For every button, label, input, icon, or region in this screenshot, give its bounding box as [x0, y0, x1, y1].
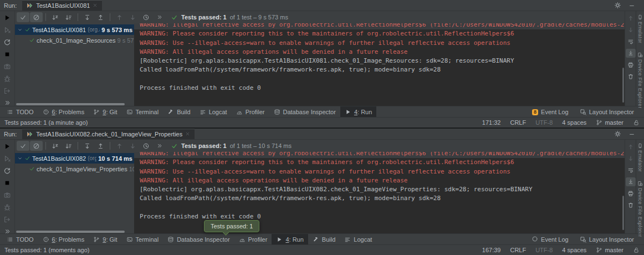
- clear-console-button[interactable]: [626, 72, 636, 81]
- file-encoding-widget[interactable]: UTF-8: [535, 247, 553, 253]
- close-tab-icon[interactable]: [93, 3, 98, 8]
- indent-widget[interactable]: 4 spaces: [562, 119, 586, 126]
- toggle-auto-test-button[interactable]: [3, 38, 11, 46]
- tool-window-tab-todo[interactable]: TODO: [2, 234, 38, 244]
- attach-debugger-button[interactable]: [3, 203, 11, 211]
- previous-occurrence-button[interactable]: [113, 141, 126, 151]
- expand-all-button[interactable]: [81, 12, 94, 22]
- test-tree-row[interactable]: TestA1BasicUIX081(org.aplas.basica9 s 57…: [15, 24, 134, 35]
- layout-inspector-button[interactable]: Layout Inspector: [580, 109, 634, 115]
- screenshot-button[interactable]: [3, 63, 11, 70]
- scroll-to-end-button[interactable]: [626, 49, 636, 58]
- next-occurrence-button[interactable]: [126, 141, 139, 151]
- line-separator-widget[interactable]: CRLF: [510, 247, 526, 253]
- test-tree-row[interactable]: check_01_Image_Resources9 s 573 ms: [15, 35, 134, 45]
- print-button[interactable]: [626, 189, 636, 198]
- console[interactable]: WARNING: Illegal reflective access by or…: [134, 23, 625, 106]
- caret-position-widget[interactable]: 171:32: [482, 119, 501, 126]
- screenshot-button[interactable]: [3, 191, 11, 199]
- tool-window-tab-6-problems[interactable]: 6: Problems: [38, 234, 89, 244]
- next-message-button[interactable]: [626, 154, 636, 163]
- sort-alphabetically-button[interactable]: [49, 141, 62, 151]
- unlock-icon[interactable]: [633, 119, 640, 126]
- tool-window-tab-terminal[interactable]: Terminal: [122, 234, 163, 244]
- show-ignored-button[interactable]: [30, 12, 43, 22]
- run-config-tab[interactable]: TestA1BasicUIX082.check_01_ImageView_Pro…: [22, 129, 195, 139]
- test-tree-row[interactable]: check_01_ImageView_Properties10 s 714 ms: [15, 164, 134, 174]
- test-history-button[interactable]: [140, 12, 152, 22]
- stop-button[interactable]: [3, 50, 11, 58]
- tool-window-tab-terminal[interactable]: Terminal: [122, 106, 163, 117]
- tool-window-tab-logcat[interactable]: Logcat: [195, 106, 232, 117]
- test-tree-row[interactable]: TestA1BasicUIX082(org.aplas.basica10 s 7…: [15, 153, 134, 164]
- event-log-button[interactable]: Event Log: [531, 236, 569, 243]
- tool-window-tab-9-git[interactable]: 9: Git: [89, 106, 121, 117]
- rerun-button[interactable]: [3, 142, 11, 150]
- toolbar-overflow-button[interactable]: [153, 12, 166, 22]
- indent-widget[interactable]: 4 spaces: [562, 247, 586, 253]
- soft-wrap-button[interactable]: [626, 166, 636, 175]
- tool-window-tab-database-inspector[interactable]: Database Inspector: [269, 106, 340, 117]
- tool-window-tab-profiler[interactable]: Profiler: [232, 106, 269, 117]
- stripe-tab-device-file-explorer[interactable]: Device File Explorer: [637, 181, 643, 237]
- exit-button[interactable]: [3, 87, 11, 95]
- stripe-tab-emulator[interactable]: Emulator: [637, 14, 643, 43]
- prev-message-button[interactable]: [626, 142, 636, 151]
- expand-all-button[interactable]: [81, 141, 94, 151]
- tool-window-tab-4-run[interactable]: 4: Run: [340, 106, 376, 117]
- previous-occurrence-button[interactable]: [113, 12, 126, 22]
- exit-button[interactable]: [3, 216, 11, 223]
- collapse-all-button[interactable]: [94, 12, 107, 22]
- hide-window-icon[interactable]: [628, 131, 635, 137]
- toolbar-overflow-button[interactable]: [153, 141, 166, 151]
- stripe-tab-emulator[interactable]: Emulator: [637, 143, 643, 172]
- run-config-tab[interactable]: TestA1BasicUIX081: [22, 0, 102, 11]
- show-ignored-button[interactable]: [30, 141, 43, 151]
- stop-button[interactable]: [3, 179, 11, 187]
- show-passed-button[interactable]: [17, 12, 29, 22]
- collapse-all-button[interactable]: [94, 141, 107, 151]
- caret-position-widget[interactable]: 167:39: [482, 247, 501, 253]
- clear-console-button[interactable]: [626, 201, 636, 210]
- sort-by-duration-button[interactable]: [62, 12, 75, 22]
- tool-window-tab-build[interactable]: Build: [163, 106, 195, 117]
- layout-inspector-button[interactable]: Layout Inspector: [580, 236, 634, 243]
- sort-by-duration-button[interactable]: [62, 141, 75, 151]
- tool-window-tab-logcat[interactable]: Logcat: [340, 234, 376, 244]
- git-branch-widget[interactable]: master: [596, 119, 623, 126]
- rerun-button[interactable]: [3, 14, 11, 22]
- tool-window-tab-6-problems[interactable]: 6: Problems: [38, 106, 89, 117]
- line-separator-widget[interactable]: CRLF: [510, 119, 526, 126]
- print-button[interactable]: [626, 60, 636, 69]
- settings-gear-icon[interactable]: [614, 2, 621, 9]
- close-tab-icon[interactable]: [185, 131, 190, 136]
- prev-message-button[interactable]: [626, 14, 636, 23]
- tree-horizontal-scrollbar[interactable]: [16, 103, 125, 105]
- test-history-button[interactable]: [140, 141, 152, 151]
- rerun-failed-tests-button[interactable]: [3, 26, 11, 34]
- next-occurrence-button[interactable]: [126, 12, 139, 22]
- tool-window-tab-profiler[interactable]: Profiler: [234, 234, 272, 244]
- unlock-icon[interactable]: [633, 247, 640, 253]
- rerun-failed-tests-button[interactable]: [3, 155, 11, 162]
- soft-wrap-button[interactable]: [626, 37, 636, 46]
- file-encoding-widget[interactable]: UTF-8: [535, 119, 553, 126]
- tool-window-tab-4-run[interactable]: 4: Run: [272, 234, 308, 244]
- toggle-auto-test-button[interactable]: [3, 167, 11, 175]
- event-log-button[interactable]: 8 Event Log: [532, 108, 569, 115]
- sort-alphabetically-button[interactable]: [49, 12, 62, 22]
- stripe-tab-device-file-explorer[interactable]: Device File Explorer: [637, 52, 643, 109]
- next-message-button[interactable]: [626, 26, 636, 34]
- hide-window-icon[interactable]: [628, 2, 635, 9]
- console-vertical-scrollbar[interactable]: [622, 68, 624, 103]
- show-passed-button[interactable]: [17, 141, 29, 151]
- git-branch-widget[interactable]: master: [596, 247, 623, 253]
- tool-window-tab-database-inspector[interactable]: Database Inspector: [163, 234, 234, 244]
- console-vertical-scrollbar[interactable]: [622, 196, 624, 230]
- attach-debugger-button[interactable]: [3, 75, 11, 83]
- tree-horizontal-scrollbar[interactable]: [16, 231, 125, 233]
- tool-window-tab-build[interactable]: Build: [308, 234, 340, 244]
- scroll-to-end-button[interactable]: [626, 177, 636, 186]
- tool-window-tab-9-git[interactable]: 9: Git: [89, 234, 121, 244]
- tool-window-tab-todo[interactable]: TODO: [2, 106, 38, 117]
